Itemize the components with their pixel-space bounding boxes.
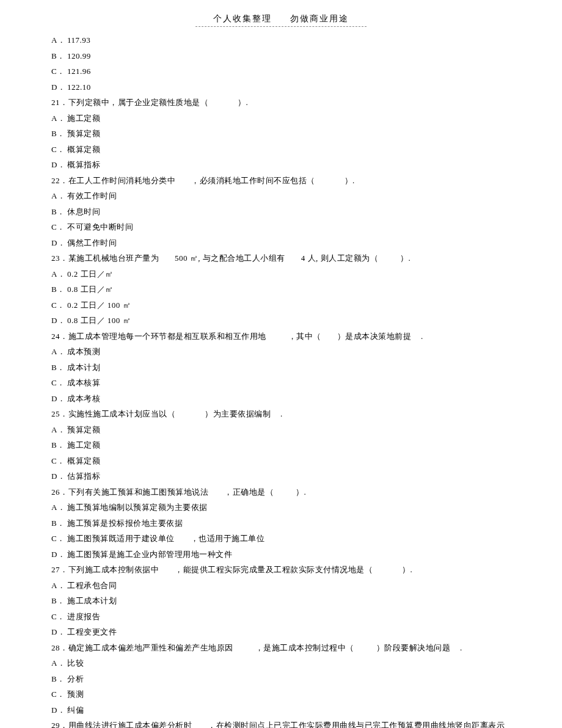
q23-c: C．0.2 工日／ 100 ㎡ [51, 299, 538, 311]
prev-option-c: C．121.96 [51, 65, 538, 78]
q25-a: A．预算定额 [51, 424, 538, 436]
q28-c: C．预测 [51, 688, 538, 701]
q24-c: C．成本核算 [51, 377, 538, 389]
prev-option-a: A．117.93 [51, 34, 538, 46]
q26-b: B．施工预算是投标报价地主要依据 [51, 517, 538, 530]
q25-stem: 25．实施性施工成本计划应当以（）为主要依据编制. [51, 408, 538, 420]
q25-b: B．施工定额 [51, 439, 538, 451]
q22-a: A．有效工作时间 [51, 190, 538, 202]
q21-c: C．概算定额 [51, 144, 538, 156]
q21-stem: 21．下列定额中，属于企业定额性质地是（）. [51, 96, 538, 109]
header-left: 个人收集整理 [213, 14, 272, 23]
q23-stem: 23．某施工机械地台班产量为500 ㎡, 与之配合地工人小组有4 人, 则人工定… [51, 252, 538, 264]
q24-stem: 24．施工成本管理地每一个环节都是相互联系和相互作用地，其中（）是成本决策地前提… [51, 330, 538, 343]
q28-stem: 28．确定施工成本偏差地严重性和偏差产生地原因，是施工成本控制过程中（）阶段要解… [51, 642, 538, 654]
page-header: 个人收集整理勿做商业用途 [195, 12, 367, 27]
q26-stem: 26．下列有关施工预算和施工图预算地说法，正确地是（）. [51, 486, 538, 498]
q28-b: B．分析 [51, 673, 538, 685]
header-right: 勿做商业用途 [290, 14, 349, 23]
prev-option-b: B．120.99 [51, 50, 538, 62]
q23-d: D．0.8 工日／ 100 ㎡ [51, 315, 538, 327]
q26-c: C．施工图预算既适用于建设单位，也适用于施工单位 [51, 533, 538, 545]
q25-c: C．概算定额 [51, 455, 538, 467]
q26-a: A．施工预算地编制以预算定额为主要依据 [51, 501, 538, 514]
q27-d: D．工程变更文件 [51, 626, 538, 638]
q25-d: D．估算指标 [51, 470, 538, 482]
prev-option-d: D．122.10 [51, 81, 538, 93]
q23-b: B．0.8 工日／㎡ [51, 283, 538, 296]
q24-d: D．成本考核 [51, 393, 538, 405]
q24-b: B．成本计划 [51, 362, 538, 374]
q27-stem: 27．下列施工成本控制依据中，能提供工程实际完成量及工程款实际支付情况地是（）. [51, 564, 538, 576]
q27-a: A．工程承包合同 [51, 580, 538, 592]
q28-d: D．纠偏 [51, 704, 538, 716]
q23-a: A．0.2 工日／㎡ [51, 268, 538, 280]
q22-d: D．偶然工作时间 [51, 237, 538, 249]
q24-a: A．成本预测 [51, 346, 538, 358]
q29-stem: 29．用曲线法进行施工成本偏差分析时，在检测时间点上已完工作实际费用曲线与已完工… [51, 719, 538, 728]
q27-c: C．进度报告 [51, 611, 538, 623]
q22-b: B．休息时间 [51, 206, 538, 218]
q28-a: A．比较 [51, 657, 538, 669]
q27-b: B．施工成本计划 [51, 595, 538, 607]
q26-d: D．施工图预算是施工企业内部管理用地一种文件 [51, 548, 538, 561]
q21-a: A．施工定额 [51, 112, 538, 125]
q22-stem: 22．在工人工作时间消耗地分类中，必须消耗地工作时间不应包括（）. [51, 175, 538, 187]
q21-d: D．概算指标 [51, 159, 538, 171]
q21-b: B．预算定额 [51, 128, 538, 140]
q22-c: C．不可避免中断时间 [51, 221, 538, 233]
